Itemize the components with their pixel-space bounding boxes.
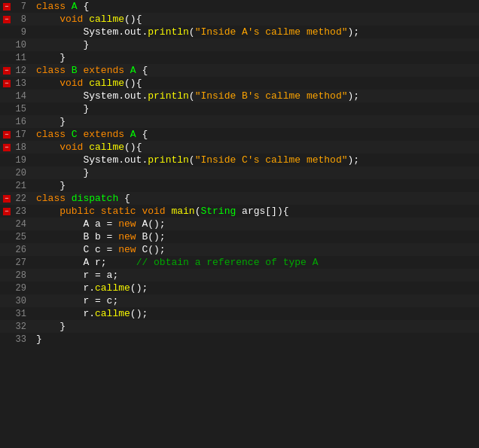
token-string: "Inside A's callme method" (195, 26, 348, 38)
token-classname: dispatch (72, 193, 124, 204)
line-number-area: 31 (0, 309, 33, 319)
code-line: 31 r.callme(); (0, 307, 479, 320)
code-content: void callme(){ (33, 141, 479, 154)
line-number-area: −22 (0, 194, 33, 204)
line-number-area: 21 (0, 181, 33, 191)
code-line: 15 } (0, 102, 479, 115)
code-line: 26 C c = new C(); (0, 243, 479, 256)
line-number: 20 (13, 168, 26, 178)
token-plain: System.out. (36, 154, 148, 166)
token-plain: } (36, 52, 66, 63)
line-number: 9 (13, 27, 26, 38)
code-content: class C extends A { (33, 128, 479, 141)
fold-icon[interactable]: − (3, 16, 11, 23)
line-number-area: −7 (0, 2, 33, 12)
token-plain: ); (348, 154, 360, 166)
code-line: −23 public static void main(String args[… (0, 205, 479, 218)
fold-icon[interactable]: − (3, 195, 11, 203)
token-plain: ); (348, 90, 360, 102)
code-line: −12class B extends A { (0, 64, 479, 77)
code-content: } (33, 333, 479, 346)
code-content: } (33, 38, 479, 51)
token-kw: void (36, 142, 89, 153)
token-plain: (){ (124, 142, 142, 153)
token-classname: B (72, 65, 84, 76)
token-plain: } (36, 180, 66, 191)
code-line: 33} (0, 333, 479, 346)
line-number-area: 19 (0, 155, 33, 166)
token-plain: args[]){ (236, 206, 288, 217)
token-brace: { (142, 65, 148, 76)
line-number: 18 (13, 142, 26, 153)
fold-icon[interactable]: − (3, 131, 11, 139)
code-line: 11 } (0, 51, 479, 64)
line-number-area: 32 (0, 322, 33, 332)
token-plain: A a = (36, 218, 118, 230)
code-line: −8 void callme(){ (0, 13, 479, 26)
line-number-area: 26 (0, 245, 33, 255)
code-line: 29 r.callme(); (0, 282, 479, 294)
line-number: 25 (13, 232, 26, 242)
code-line: 10 } (0, 38, 479, 51)
line-number: 24 (13, 219, 26, 230)
line-number-area: 16 (0, 117, 33, 127)
line-number-area: −13 (0, 78, 33, 89)
code-content: class dispatch { (33, 192, 479, 205)
token-kw: new (118, 231, 142, 242)
fold-icon[interactable]: − (3, 80, 11, 87)
token-plain: ( (189, 154, 195, 166)
token-plain: C(); (142, 244, 165, 255)
code-line: 20 } (0, 166, 479, 179)
line-number: 11 (13, 53, 26, 63)
token-plain: ); (348, 26, 360, 38)
token-plain: ( (189, 26, 195, 38)
line-number-area: −23 (0, 206, 33, 217)
code-content: } (33, 51, 479, 64)
token-kw: new (118, 218, 142, 230)
line-number: 8 (13, 14, 26, 25)
token-kw: public static void (36, 206, 171, 217)
line-number-area: 14 (0, 91, 33, 102)
code-line: 14 System.out.println("Inside B's callme… (0, 90, 479, 102)
token-method: main (171, 206, 194, 217)
fold-icon[interactable]: − (3, 144, 11, 151)
code-content: r = a; (33, 269, 479, 282)
token-plain: (){ (124, 14, 142, 25)
code-content: System.out.println("Inside B's callme me… (33, 90, 479, 102)
token-kw: extends (83, 129, 130, 140)
line-number-area: 27 (0, 258, 33, 268)
code-line: −18 void callme(){ (0, 141, 479, 154)
fold-icon[interactable]: − (3, 208, 11, 215)
code-line: 30 r = c; (0, 294, 479, 307)
token-classname: C (72, 129, 84, 140)
code-content: class A { (33, 0, 479, 13)
fold-icon[interactable]: − (3, 67, 11, 75)
line-number: 23 (13, 206, 26, 217)
line-number: 14 (13, 91, 26, 102)
token-plain: } (36, 334, 42, 345)
line-number-area: −17 (0, 130, 33, 140)
token-plain: } (36, 116, 66, 127)
token-brace: { (83, 1, 89, 12)
token-brace: { (124, 193, 130, 204)
line-number: 33 (13, 334, 26, 345)
code-content: class B extends A { (33, 64, 479, 77)
line-number-area: 29 (0, 283, 33, 294)
token-method: println (148, 26, 189, 38)
line-number: 27 (13, 258, 26, 268)
token-kw: class (36, 1, 72, 12)
token-plain: r = a; (36, 270, 118, 281)
code-content: A r; // obtain a reference of type A (33, 256, 479, 269)
code-content: } (33, 320, 479, 333)
token-kw: void (36, 78, 89, 89)
line-number: 7 (13, 2, 26, 12)
line-number: 15 (13, 104, 26, 114)
line-number-area: 33 (0, 334, 33, 345)
token-comment: // obtain a reference of type A (130, 257, 319, 268)
token-method: callme (89, 14, 124, 25)
line-number: 30 (13, 296, 26, 306)
token-plain: B b = (36, 231, 118, 242)
token-method: callme (89, 142, 124, 153)
fold-icon[interactable]: − (3, 3, 11, 11)
line-number-area: −8 (0, 14, 33, 25)
